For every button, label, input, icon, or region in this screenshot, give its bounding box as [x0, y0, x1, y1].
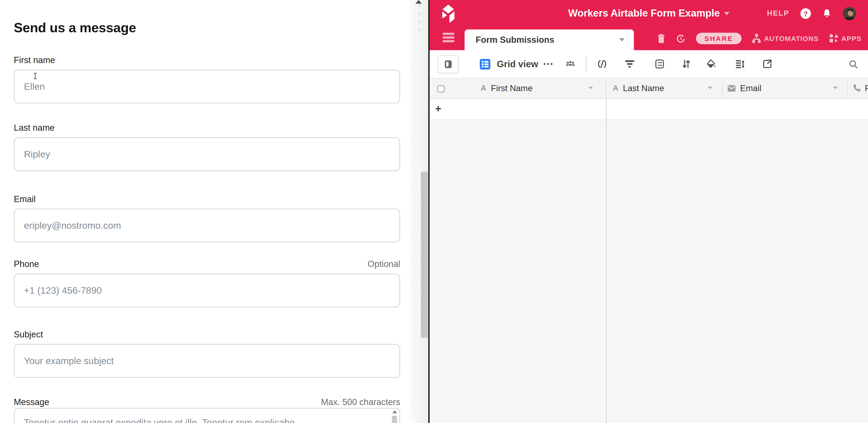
text-cursor-icon	[33, 73, 37, 79]
column-divider[interactable]	[606, 78, 606, 98]
hide-fields-button[interactable]	[597, 59, 607, 69]
phone-optional-hint: Optional	[368, 259, 400, 269]
view-sidebar-toggle-button[interactable]	[437, 55, 459, 73]
text-field-icon: A	[481, 84, 487, 93]
phone-field-icon	[852, 84, 861, 93]
scroll-up-arrow-icon[interactable]	[415, 0, 422, 4]
column-menu-chevron-icon[interactable]	[588, 87, 593, 89]
trash-icon[interactable]	[657, 33, 666, 43]
phone-label: Phone	[14, 259, 39, 269]
phone-input[interactable]	[14, 273, 400, 307]
collaborators-icon	[565, 59, 576, 69]
more-icon	[544, 63, 552, 65]
column-menu-chevron-icon[interactable]	[708, 87, 713, 89]
color-button[interactable]	[706, 59, 716, 69]
field-group-email: Email	[14, 194, 400, 205]
table-tab-chevron-down-icon[interactable]	[619, 38, 625, 41]
subject-label: Subject	[14, 330, 43, 340]
select-all-checkbox[interactable]	[437, 85, 445, 92]
automations-label: AUTOMATIONS	[764, 34, 819, 42]
message-maxlength-hint: Max. 500 characters	[321, 397, 400, 407]
base-title-chevron-down-icon[interactable]	[724, 12, 730, 15]
apps-button[interactable]: APPS	[829, 34, 862, 43]
column-header-phone[interactable]: P	[852, 78, 868, 98]
view-name[interactable]: Grid view	[497, 59, 538, 69]
topbar-actions: HELP ?	[767, 0, 856, 27]
panel-toggle-icon	[445, 60, 452, 68]
scrollbar-thumb[interactable]	[421, 172, 428, 338]
color-icon	[706, 59, 716, 69]
contact-form-panel: Send us a message First name Last name E…	[0, 0, 409, 423]
row-height-button[interactable]	[735, 59, 745, 69]
apps-icon	[829, 34, 839, 43]
scrollbar-thumb[interactable]	[392, 416, 397, 423]
column-menu-chevron-icon[interactable]	[833, 87, 838, 89]
field-group-last-name: Last name	[14, 123, 400, 134]
column-header-last-name[interactable]: A Last Name	[613, 78, 664, 98]
sort-button[interactable]	[681, 59, 691, 69]
message-scrollbar[interactable]	[392, 410, 397, 423]
column-header-first-name[interactable]: A First Name	[481, 78, 532, 98]
group-button[interactable]	[655, 59, 665, 69]
airtable-panel: Workers Airtable Form Example HELP ?	[430, 0, 868, 423]
message-textarea[interactable]	[14, 408, 400, 423]
subject-input[interactable]	[14, 344, 400, 378]
toolbar-divider	[586, 57, 586, 72]
column-header-email[interactable]: Email	[728, 78, 762, 98]
field-group-first-name: First name	[14, 55, 400, 66]
share-button[interactable]: SHARE	[696, 33, 742, 44]
sidebar-menu-icon[interactable]	[442, 33, 455, 44]
last-name-input[interactable]	[14, 137, 400, 171]
search-button[interactable]	[848, 59, 858, 69]
splitter-dot	[418, 13, 421, 15]
notifications-bell-icon[interactable]	[822, 8, 832, 19]
first-name-label: First name	[14, 55, 55, 65]
splitter-dot	[418, 21, 421, 23]
hide-fields-icon	[597, 59, 607, 69]
search-icon	[848, 59, 858, 69]
user-avatar[interactable]	[843, 7, 856, 20]
email-label: Email	[14, 194, 36, 204]
email-field-icon	[728, 85, 736, 92]
apps-label: APPS	[841, 34, 862, 42]
splitter-dot	[418, 5, 421, 7]
scroll-up-arrow-icon[interactable]	[392, 410, 397, 413]
help-question-icon[interactable]: ?	[800, 8, 811, 19]
screen: Send us a message First name Last name E…	[0, 0, 868, 423]
history-icon[interactable]	[676, 33, 686, 43]
splitter-dot	[418, 29, 421, 31]
first-name-input[interactable]	[14, 69, 400, 103]
share-view-icon	[762, 59, 772, 69]
add-record-button[interactable]: +	[435, 103, 441, 115]
tabbar-actions: SHARE AUTOMATIONS	[657, 27, 862, 50]
grid-view-icon	[480, 59, 490, 69]
field-group-phone: Phone Optional	[14, 259, 400, 270]
filter-button[interactable]	[625, 59, 635, 69]
field-group-message: Message Max. 500 characters	[14, 397, 400, 408]
filter-icon	[625, 59, 635, 68]
share-view-button[interactable]	[762, 59, 772, 69]
last-name-label: Last name	[14, 123, 55, 133]
base-title[interactable]: Workers Airtable Form Example	[568, 7, 720, 19]
sort-icon	[681, 59, 691, 69]
email-input[interactable]	[14, 209, 400, 243]
column-divider[interactable]	[722, 78, 723, 98]
message-label: Message	[14, 397, 49, 407]
automations-icon	[752, 33, 761, 43]
group-icon	[655, 59, 665, 69]
table-tab-form-submissions[interactable]: Form Submissions	[465, 29, 634, 50]
view-more-button[interactable]	[543, 59, 553, 69]
pane-scrollbar[interactable]	[409, 0, 428, 423]
grid-column-headers: A First Name A Last Name Email	[430, 78, 868, 99]
add-row-strip[interactable]: +	[430, 99, 868, 120]
view-toolbar: Grid view	[430, 50, 868, 78]
collaborators-button[interactable]	[565, 59, 576, 69]
help-button[interactable]: HELP	[767, 9, 789, 18]
column-divider[interactable]	[847, 78, 847, 98]
text-field-icon: A	[613, 84, 618, 93]
row-height-icon	[735, 59, 745, 69]
automations-button[interactable]: AUTOMATIONS	[752, 33, 819, 43]
form-title: Send us a message	[14, 20, 136, 35]
field-group-subject: Subject	[14, 330, 400, 341]
grid-column-line	[606, 99, 607, 423]
